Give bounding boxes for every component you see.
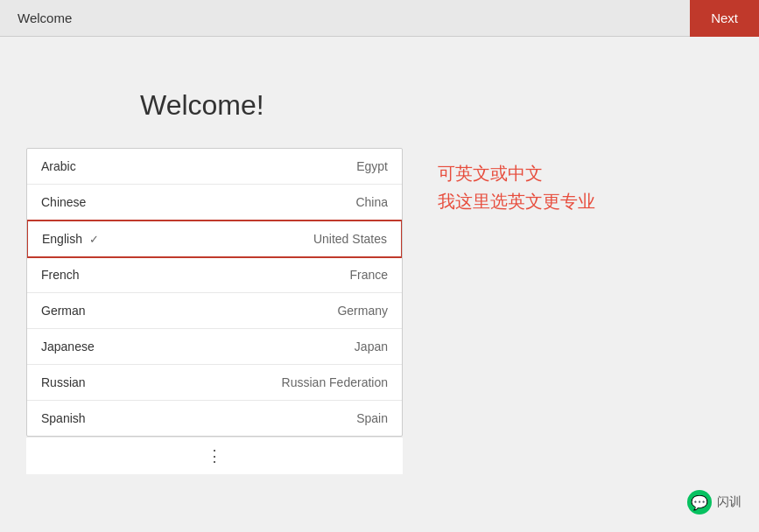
language-list: ArabicEgyptChineseChinaEnglish✓United St… <box>26 148 403 437</box>
language-item[interactable]: SpanishSpain <box>27 401 402 436</box>
country-name: Japan <box>355 340 388 354</box>
country-name: China <box>355 195 388 209</box>
next-button[interactable]: Next <box>690 0 759 37</box>
language-name: Arabic <box>41 159 76 173</box>
language-name: French <box>41 268 80 282</box>
country-name: France <box>349 268 388 282</box>
more-options-icon[interactable]: ⋮ <box>26 437 403 474</box>
country-name: Spain <box>356 411 388 425</box>
language-label: Spanish <box>41 411 86 425</box>
watermark: 💬 闪训 <box>687 490 741 514</box>
checkmark-icon: ✓ <box>89 233 99 246</box>
language-item[interactable]: ChineseChina <box>27 185 402 220</box>
language-label: English <box>42 232 82 246</box>
language-name: Spanish <box>41 411 86 425</box>
country-name: Egypt <box>356 159 388 173</box>
language-item[interactable]: FrenchFrance <box>27 257 402 293</box>
watermark-label: 闪训 <box>717 494 741 510</box>
language-name: German <box>41 304 86 318</box>
language-item[interactable]: JapaneseJapan <box>27 329 402 365</box>
language-name: English✓ <box>42 232 99 246</box>
left-panel: Welcome! ArabicEgyptChineseChinaEnglish✓… <box>26 89 403 474</box>
language-item[interactable]: GermanGermany <box>27 293 402 329</box>
language-label: Japanese <box>41 340 95 354</box>
annotation-line2: 我这里选英文更专业 <box>438 187 733 215</box>
wechat-icon: 💬 <box>687 490 712 514</box>
language-name: Japanese <box>41 340 95 354</box>
language-label: Arabic <box>41 159 76 173</box>
annotation-line1: 可英文或中文 <box>438 159 733 187</box>
language-item[interactable]: RussianRussian Federation <box>27 365 402 401</box>
country-name: United States <box>313 232 387 246</box>
annotation-text: 可英文或中文 我这里选英文更专业 <box>438 159 733 215</box>
language-item[interactable]: ArabicEgypt <box>27 149 402 185</box>
language-label: Chinese <box>41 195 86 209</box>
country-name: Germany <box>337 304 388 318</box>
main-content: Welcome! ArabicEgyptChineseChinaEnglish✓… <box>0 37 759 492</box>
welcome-title: Welcome! <box>140 89 403 122</box>
language-label: French <box>41 268 80 282</box>
language-name: Chinese <box>41 195 86 209</box>
language-name: Russian <box>41 375 86 389</box>
header-title: Welcome <box>18 10 72 25</box>
language-label: German <box>41 304 86 318</box>
country-name: Russian Federation <box>282 375 388 389</box>
right-panel: 可英文或中文 我这里选英文更专业 <box>438 89 733 474</box>
language-item[interactable]: English✓United States <box>26 220 403 258</box>
language-label: Russian <box>41 375 86 389</box>
header: Welcome Next <box>0 0 759 37</box>
